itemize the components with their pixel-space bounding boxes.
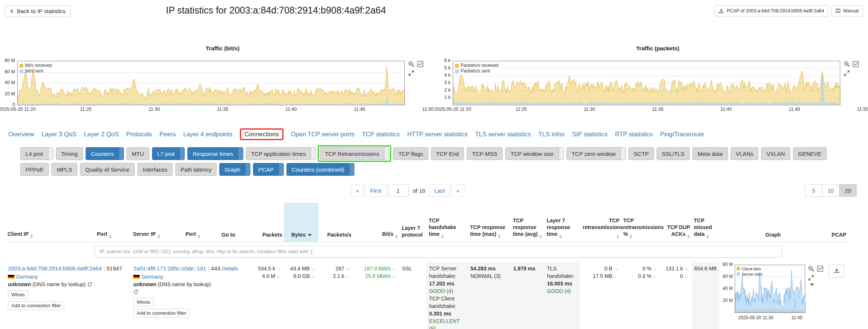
nav-tab-connections[interactable]: Connections (240, 128, 283, 140)
toggle-path-latency[interactable]: Path latency (175, 163, 217, 176)
toggle-pin[interactable] (559, 148, 564, 160)
toggle-pin[interactable] (119, 148, 124, 160)
toggle-pin[interactable] (384, 148, 389, 160)
toggle-response-times[interactable]: Response times (187, 147, 243, 160)
details-link[interactable]: Details (222, 266, 238, 272)
toggle-counters[interactable]: Counters (86, 147, 124, 160)
column-header-tcp-missed-data[interactable]: TCP missed data (692, 203, 719, 242)
client-ip-link[interactable]: 2003:a:84d:708:2914:b908:4a9f:2a64 (8, 265, 102, 272)
toggle-tcp-retransmissions[interactable]: TCP Retransmissions (319, 147, 389, 160)
manual-button[interactable]: Manual (831, 5, 863, 17)
collapse-caret-icon[interactable] (808, 284, 814, 286)
nav-tab-peers[interactable]: Peers (160, 131, 176, 138)
toggle-vxlan[interactable]: VXLAN (761, 147, 790, 160)
nav-tab-open-tcp-server-ports[interactable]: Open TCP server ports (291, 131, 354, 138)
toggle-pin[interactable] (310, 148, 315, 160)
pcap-download-button[interactable]: PCAP of 2003:a:84d:708:2914:b908:4a9f:2a… (714, 5, 828, 17)
nav-tab-sip-statistics[interactable]: SIP statistics (572, 131, 607, 138)
page-size-20[interactable]: 20 (839, 184, 857, 197)
toggle-interfaces[interactable]: Interfaces (137, 163, 173, 176)
toggle-vlans[interactable]: VLANs (731, 147, 759, 160)
nav-tab-tcp-statistics[interactable]: TCP statistics (362, 131, 400, 138)
dns-refresh-icon[interactable] (87, 282, 92, 287)
expand-icon[interactable] (808, 275, 814, 281)
row-pcap-download-button[interactable] (829, 265, 844, 278)
nav-tab-layer-3-qos[interactable]: Layer 3 QoS (42, 131, 77, 138)
nav-tab-layer-4-endpoints[interactable]: Layer 4 endpoints (183, 131, 232, 138)
column-header-tcp-retransmissions[interactable]: TCP retransmissions (580, 203, 621, 242)
toggle-l7-prot[interactable]: L7 prot (152, 147, 185, 160)
column-header-tcp-dup-acks[interactable]: TCP DUP ACKs (660, 203, 692, 242)
page-prev-button[interactable]: « (351, 184, 364, 197)
nav-tab-ping-traceroute[interactable]: Ping/Traceroute (660, 131, 704, 138)
toggle-pin[interactable] (179, 148, 184, 160)
nav-tab-tls-infos[interactable]: TLS infos (538, 131, 565, 138)
toggle-sctp[interactable]: SCTP (628, 147, 654, 160)
expand-icon[interactable] (844, 70, 850, 76)
column-header-client-ip[interactable]: Client IP (5, 203, 95, 242)
client-whois-button[interactable]: Whois (8, 290, 28, 299)
client-add-filter-button[interactable]: Add to connection filter (8, 301, 64, 310)
nav-tab-layer-2-qos[interactable]: Layer 2 QoS (84, 131, 119, 138)
zoom-icon[interactable] (844, 61, 850, 67)
column-header-tcp-retransmissions[interactable]: TCP retransmissions % (621, 203, 660, 242)
page-size-10[interactable]: 10 (822, 184, 839, 197)
toggle-tcp-zero-window[interactable]: TCP zero window (567, 147, 626, 160)
zoom-icon[interactable] (808, 266, 814, 272)
dns-refresh-icon[interactable] (133, 289, 139, 294)
server-country-link[interactable]: Germany (142, 274, 163, 280)
toggle-tcp-mss[interactable]: TCP-MSS (467, 147, 503, 160)
toggle-pin[interactable] (349, 163, 354, 175)
chart-options-icon[interactable] (417, 61, 423, 67)
toggle-pin[interactable] (279, 163, 283, 175)
zoom-icon[interactable] (408, 61, 414, 67)
nav-tab-rtp-statistics[interactable]: RTP statistics (615, 131, 653, 138)
back-button[interactable]: Back to IP statistics (5, 5, 71, 17)
nav-tab-tls-server-statistics[interactable]: TLS server statistics (475, 131, 531, 138)
column-header-layer-7-response-time[interactable]: Layer 7 response time (544, 203, 580, 242)
toggle-timing[interactable]: Timing (56, 147, 83, 160)
toggle-meta-data[interactable]: Meta data (692, 147, 728, 160)
toggle-tcp-end[interactable]: TCP End (431, 147, 464, 160)
toggle-pin[interactable] (245, 163, 250, 175)
column-header-tcp-handshake-time[interactable]: TCP handshake time (426, 203, 468, 242)
server-whois-button[interactable]: Whois (133, 298, 154, 306)
page-last-button[interactable]: Last (429, 184, 450, 197)
toggle-pin[interactable] (48, 148, 53, 160)
toggle-tcp-application-times[interactable]: TCP application times (246, 147, 316, 160)
toggle-ssl-tls[interactable]: SSL/TLS (657, 147, 690, 160)
column-header-tcp-response-time-max[interactable]: TCP response time (max) (468, 203, 511, 242)
toggle-pin[interactable] (238, 148, 243, 160)
toggle-tcp-window-size[interactable]: TCP window size (505, 147, 564, 160)
toggle-mpls[interactable]: MPLS (51, 163, 77, 176)
toggle-pin[interactable] (621, 148, 625, 160)
chart-options-icon[interactable] (817, 266, 823, 272)
connection-filter-input[interactable] (95, 246, 782, 258)
toggle-pppoe[interactable]: PPPoE (20, 163, 49, 176)
nav-tab-protocols[interactable]: Protocols (126, 131, 152, 138)
toggle-quality-of-service[interactable]: Quality of Service (80, 163, 135, 176)
chart-options-icon[interactable] (853, 61, 859, 67)
toggle-pcap[interactable]: PCAP (253, 163, 284, 176)
toggle-tcp-flags[interactable]: TCP flags (393, 147, 428, 160)
column-header-bit-s[interactable]: Bit/s (353, 203, 399, 242)
column-header-server-ip[interactable]: Server IP (131, 203, 183, 242)
nav-tab-http-server-statistics[interactable]: HTTP server statistics (407, 131, 467, 138)
toggle-mtu[interactable]: MTU (127, 147, 149, 160)
page-number-input[interactable] (388, 184, 409, 197)
page-first-button[interactable]: First (365, 184, 386, 197)
toggle-counters-combined[interactable]: Counters (combined) (286, 163, 354, 176)
page-next-button[interactable]: » (451, 184, 464, 197)
column-header-bytes[interactable]: Bytes (284, 203, 318, 242)
page-size-5[interactable]: 5 (805, 184, 822, 197)
column-header-port[interactable]: Port (95, 203, 131, 242)
nav-tab-overview[interactable]: Overview (8, 131, 34, 138)
column-header-port[interactable]: Port (183, 203, 219, 242)
toggle-geneve[interactable]: GENEVE (793, 147, 827, 160)
toggle-l4-prot[interactable]: L4 prot (20, 147, 53, 160)
column-header-tcp-response-time-avg[interactable]: TCP response time (avg) (511, 203, 544, 242)
toggle-graph[interactable]: Graph (219, 163, 250, 176)
client-country-link[interactable]: Germany (16, 274, 38, 280)
server-add-filter-button[interactable]: Add to connection filter (133, 309, 190, 317)
server-ip-link[interactable]: 2a01:4f8:171:2d5c:c0de::101 (133, 265, 206, 272)
